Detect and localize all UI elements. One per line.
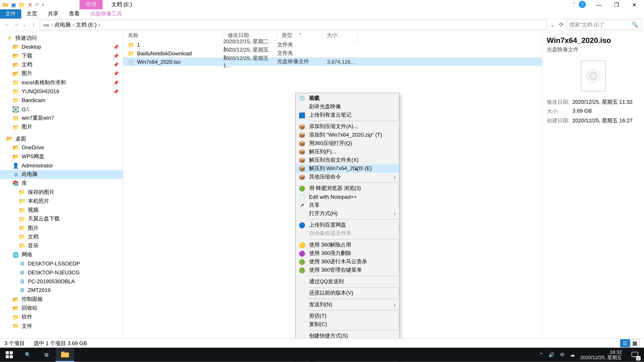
qat-new-folder-icon[interactable]: 📁: [18, 1, 25, 8]
menu-item[interactable]: 📦解压到(F)...: [296, 147, 399, 156]
file-row[interactable]: 📁BaiduNetdiskDownload2020/12/25, 星期五 1..…: [123, 49, 542, 57]
tree-item[interactable]: 📂回收站: [0, 304, 123, 313]
tree-item[interactable]: 📂桌面: [0, 134, 123, 143]
menu-item[interactable]: 复制(C): [296, 320, 399, 329]
tree-item[interactable]: 🖥此电脑: [0, 170, 123, 179]
breadcrumb-loc[interactable]: 文档 (E:): [76, 21, 96, 28]
view-details-button[interactable]: ☰: [620, 339, 630, 347]
menu-item[interactable]: 🔵上传到百度网盘: [296, 221, 399, 229]
action-center-button[interactable]: 3: [627, 348, 642, 362]
taskbar[interactable]: 🔍 ⊞ ⌃ 🔊 中 ☁ 16:32 2020/12/25, 星期五 3: [0, 348, 644, 362]
taskbar-search-button[interactable]: 🔍: [18, 348, 37, 362]
task-view-button[interactable]: ⊞: [37, 348, 56, 362]
nav-recent-icon[interactable]: ⌄: [20, 22, 29, 27]
tree-item[interactable]: ★快速访问: [0, 33, 123, 42]
menu-item[interactable]: 📦其他压缩命令›: [296, 173, 399, 181]
menu-item[interactable]: 🟢使用 360管理右键菜单: [296, 266, 399, 274]
context-menu[interactable]: 💿装载刻录光盘映像🟦上传到有道云笔记📦添加到压缩文件(A)...📦添加到 "Wi…: [295, 93, 400, 362]
minimize-button[interactable]: —: [590, 0, 608, 9]
file-row[interactable]: 📁12020/12/15, 星期二 1...文件夹: [123, 41, 542, 49]
tab-iso-tools[interactable]: 光盘映像工具: [85, 9, 127, 18]
start-button[interactable]: [0, 348, 18, 362]
tree-item[interactable]: 📂图片📌: [0, 69, 123, 78]
maximize-button[interactable]: ❐: [608, 0, 626, 9]
tree-item[interactable]: 📁保存的图片: [0, 188, 123, 197]
tree-item[interactable]: 📂控制面板: [0, 295, 123, 304]
context-tab-manage[interactable]: 管理: [80, 0, 102, 9]
tray-overflow-icon[interactable]: ⌃: [539, 352, 543, 358]
taskbar-clock[interactable]: 16:32 2020/12/25, 星期五: [580, 349, 622, 361]
tree-item[interactable]: 📁图片: [0, 224, 123, 232]
menu-item[interactable]: 🟣使用 360强力删除: [296, 249, 399, 258]
menu-item[interactable]: 🟢用 蜂蜜浏览器 浏览(3): [296, 184, 399, 193]
menu-item[interactable]: 通过QQ发送到: [296, 277, 399, 286]
menu-item[interactable]: 刻录光盘映像: [296, 103, 399, 111]
tree-item[interactable]: 📂文档📌: [0, 60, 123, 69]
nav-tree[interactable]: ★快速访问📂Desktop📌📂下载📌📂文档📌📂图片📌📁excel表格制作求和📌📁…: [0, 31, 123, 339]
qat-checkbox-icon[interactable]: ▣: [11, 1, 16, 8]
menu-item[interactable]: ↗共享: [296, 201, 399, 209]
tab-share[interactable]: 共享: [42, 9, 64, 18]
tree-item[interactable]: 📁win7重装win7: [0, 114, 123, 123]
tray-app-icon[interactable]: ☁: [570, 352, 575, 358]
qat-delete-icon[interactable]: ✕: [28, 1, 32, 8]
menu-item[interactable]: 📄Edit with Notepad++: [296, 193, 399, 201]
tree-item[interactable]: 📁Bandicam: [0, 96, 123, 105]
nav-back-button[interactable]: ←: [3, 22, 12, 28]
file-row[interactable]: 💿Win7x64_2020.iso2020/12/25, 星期五 1...光盘映…: [123, 57, 542, 66]
tree-item[interactable]: 📂OneDrive: [0, 143, 123, 152]
menu-item[interactable]: 剪切(T): [296, 312, 399, 320]
breadcrumb-pc[interactable]: 此电脑: [55, 21, 71, 28]
nav-forward-button[interactable]: →: [12, 22, 20, 28]
tree-item[interactable]: 📁视频: [0, 206, 123, 215]
tree-item[interactable]: 📁YUNQISHI2019📌: [0, 87, 123, 96]
tree-item[interactable]: 💽G:\: [0, 105, 123, 114]
qat-undo-icon[interactable]: ↶: [35, 1, 39, 8]
tree-item[interactable]: 📁音乐: [0, 241, 123, 250]
nav-up-button[interactable]: ↑: [29, 22, 38, 28]
breadcrumb[interactable]: 此电脑 文档 (E:): [40, 20, 547, 30]
search-input[interactable]: 搜索"文档 (E:)" 🔍: [566, 20, 641, 30]
menu-item[interactable]: 发送到(N)›: [296, 300, 399, 309]
ime-indicator[interactable]: 中: [560, 352, 565, 358]
tab-file[interactable]: 文件: [0, 9, 21, 18]
menu-item[interactable]: 💿装载: [296, 94, 399, 102]
menu-item[interactable]: 🟢使用 360进行木马云查杀: [296, 258, 399, 266]
menu-item[interactable]: 📦解压到 Win7x64_2020\ (E): [296, 164, 399, 173]
tree-item[interactable]: 📁图片: [0, 123, 123, 132]
tree-item[interactable]: 📚库: [0, 179, 123, 188]
menu-item[interactable]: 📦添加到压缩文件(A)...: [296, 122, 399, 131]
file-list[interactable]: ▴ 名称 修改日期 类型 大小 📁12020/12/15, 星期二 1...文件…: [123, 31, 542, 339]
menu-item[interactable]: 🟦上传到有道云笔记: [296, 111, 399, 119]
tree-item[interactable]: 📁excel表格制作求和📌: [0, 78, 123, 87]
col-size[interactable]: 大小: [322, 32, 358, 39]
tree-item[interactable]: 📁本机照片: [0, 197, 123, 206]
menu-item[interactable]: 📦添加到 "Win7x64_2020.zip" (T): [296, 131, 399, 139]
menu-item[interactable]: 打开方式(H)›: [296, 209, 399, 218]
menu-item[interactable]: 还原以前的版本(V): [296, 289, 399, 297]
qat-dropdown-icon[interactable]: ▾: [42, 2, 44, 7]
view-large-button[interactable]: ▦: [630, 339, 640, 347]
menu-item[interactable]: 📦解压到当前文件夹(X): [296, 156, 399, 164]
ribbon-collapse-icon[interactable]: ⌃: [572, 2, 576, 7]
tree-item[interactable]: 👤Administrator: [0, 161, 123, 170]
tree-item[interactable]: 📂WPS网盘: [0, 152, 123, 161]
refresh-button[interactable]: ⟳: [556, 22, 566, 28]
tree-item[interactable]: 🖥DESKTOP-LSSOEDP: [0, 259, 123, 268]
menu-item[interactable]: 📦用360压缩打开(Q): [296, 139, 399, 147]
tree-item[interactable]: 🖥DESKTOP-NJEU3CG: [0, 268, 123, 277]
tab-view[interactable]: 查看: [64, 9, 85, 18]
tree-item[interactable]: 📂下载📌: [0, 51, 123, 60]
help-icon[interactable]: ?: [578, 1, 586, 8]
tree-item[interactable]: 📁天翼云盘下载: [0, 215, 123, 223]
tree-item[interactable]: 📁文档: [0, 232, 123, 241]
tree-item[interactable]: 🖥ZMT2019: [0, 286, 123, 295]
col-name[interactable]: 名称: [123, 32, 223, 39]
tree-item[interactable]: 📁软件: [0, 313, 123, 322]
tree-item[interactable]: 🌐网络: [0, 250, 123, 259]
tab-home[interactable]: 主页: [21, 9, 42, 18]
taskbar-explorer-button[interactable]: [56, 348, 74, 362]
column-headers[interactable]: 名称 修改日期 类型 大小: [123, 31, 542, 41]
tree-item[interactable]: 📁文件: [0, 322, 123, 331]
close-button[interactable]: ✕: [626, 0, 643, 9]
